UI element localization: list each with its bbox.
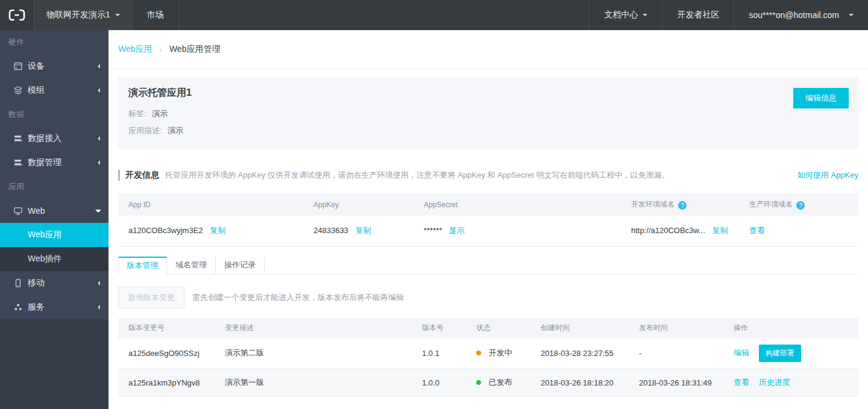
chevron-left-icon	[95, 64, 100, 69]
nav-market[interactable]: 市场	[132, 0, 179, 30]
chevron-down-icon	[95, 210, 101, 216]
status-dot	[476, 380, 481, 385]
app-desc-row: 应用描述: 演示	[128, 122, 848, 139]
sidebar-item-web-app[interactable]: Web应用	[0, 223, 108, 247]
breadcrumb-parent-link[interactable]: Web应用	[118, 44, 153, 55]
module-layers-icon	[13, 86, 23, 95]
chevron-left-icon	[95, 160, 100, 165]
sidebar-item-modules[interactable]: 模组	[0, 78, 108, 102]
sidebar-item-data-access[interactable]: 数据接入	[0, 126, 108, 151]
dev-info-description: 托管应用开发环境的 AppKey 仅供开发调试使用，请勿在生产环境使用，注意不要…	[165, 170, 797, 181]
sidebar-item-devices[interactable]: 设备	[0, 54, 108, 78]
chevron-left-icon	[95, 88, 100, 93]
device-icon	[13, 61, 23, 71]
account-menu[interactable]: sou****on@hotmail.com	[734, 0, 868, 30]
credentials-header-row: App ID AppKey AppSecret 开发环境域名? 生产环境域名?	[118, 193, 858, 216]
col-version: 版本号	[422, 318, 476, 339]
tab-domain-management[interactable]: 域名管理	[167, 257, 216, 274]
versions-table: 版本变更号 变更描述 版本号 状态 创建时间 发布时间 操作 a125deeSg…	[118, 318, 858, 398]
view-prod-domain-link[interactable]: 查看	[749, 226, 765, 235]
account-email: sou****on@hotmail.com	[749, 10, 839, 20]
actions-cell: 查看 历史进度	[734, 369, 858, 397]
edit-version-link[interactable]: 编辑	[734, 348, 749, 357]
status-cell: 开发中	[476, 339, 541, 369]
sidebar-item-web-plugin[interactable]: Web插件	[0, 247, 108, 271]
change-desc: 演示第一版	[225, 369, 422, 397]
sidebar-group-app: 应用	[0, 175, 108, 199]
nav-community[interactable]: 开发者社区	[662, 0, 734, 30]
data-access-icon	[13, 134, 23, 143]
show-secret-link[interactable]: 显示	[449, 226, 465, 235]
history-progress-link[interactable]: 历史进度	[759, 378, 790, 387]
col-published: 发布时间	[639, 318, 734, 339]
table-row: a125ra1km3pYNgv8 演示第一版 1.0.0 已发布 2018-03…	[118, 369, 858, 397]
add-version-button[interactable]: 新增版本变更	[118, 287, 184, 308]
dev-domain-value: http://a120COBc3w...	[631, 226, 705, 235]
chevron-left-icon	[95, 281, 100, 286]
desc-value: 演示	[168, 126, 183, 135]
sidebar-item-data-management[interactable]: 数据管理	[0, 151, 108, 175]
sidebar-item-services[interactable]: 服务	[0, 295, 108, 319]
build-deploy-button[interactable]: 构建部署	[759, 345, 801, 362]
version-number: 1.0.0	[422, 369, 476, 397]
breadcrumb: Web应用 › Web应用管理	[108, 30, 868, 69]
change-id: a125deeSgO90SSzj	[118, 339, 225, 369]
version-hint: 需先创建一个变更后才能进入开发，版本发布后将不能再编辑	[192, 292, 404, 303]
copy-dev-domain-link[interactable]: 复制	[712, 226, 728, 235]
data-management-icon	[13, 158, 23, 167]
services-icon	[13, 302, 23, 312]
status-label: 已发布	[489, 378, 512, 387]
chevron-left-icon	[95, 305, 100, 310]
col-change-id: 版本变更号	[118, 318, 225, 339]
view-version-link[interactable]: 查看	[734, 378, 749, 387]
table-row: a125deeSgO90SSzj 演示第二版 1.0.1 开发中 2018-03…	[118, 339, 858, 369]
credentials-table: App ID AppKey AppSecret 开发环境域名? 生产环境域名? …	[118, 193, 858, 247]
sidebar-item-mobile[interactable]: 移动	[0, 271, 108, 295]
edit-info-button[interactable]: 编辑信息	[793, 88, 849, 108]
col-app-secret: AppSecret	[424, 193, 631, 216]
sidebar-item-web[interactable]: Web	[0, 199, 108, 223]
dev-info-title: 开发信息	[118, 170, 159, 181]
status-label: 开发中	[489, 348, 512, 357]
chevron-down-icon	[849, 14, 854, 19]
tag-value: 演示	[152, 109, 168, 118]
app-id-value: a120COBc3wyjm3E2	[128, 226, 203, 235]
phone-icon	[13, 278, 23, 288]
tab-version-management[interactable]: 版本管理	[118, 257, 167, 275]
breadcrumb-current: Web应用管理	[169, 44, 221, 55]
app-id-cell: a120COBc3wyjm3E2 复制	[118, 216, 313, 246]
published-time: -	[639, 339, 734, 369]
project-name: 物联网开发演示1	[46, 10, 110, 20]
copy-app-key-link[interactable]: 复制	[355, 226, 371, 235]
app-key-value: 24833633	[313, 226, 348, 235]
project-switcher[interactable]: 物联网开发演示1	[34, 0, 132, 30]
help-icon[interactable]: ?	[678, 201, 687, 210]
nav-docs-menu[interactable]: 文档中心	[589, 0, 662, 30]
version-number: 1.0.1	[422, 339, 476, 369]
col-change-desc: 变更描述	[225, 318, 422, 339]
app-tag-row: 标签: 演示	[128, 105, 848, 122]
cloud-logo-icon[interactable]	[0, 0, 34, 30]
copy-app-id-link[interactable]: 复制	[210, 226, 225, 235]
monitor-icon	[13, 206, 23, 216]
col-app-id: App ID	[118, 193, 313, 216]
col-app-key: AppKey	[313, 193, 424, 216]
appkey-help-link[interactable]: 如何使用 AppKey	[797, 170, 858, 181]
tab-operation-log[interactable]: 操作记录	[216, 257, 265, 274]
versions-header-row: 版本变更号 变更描述 版本号 状态 创建时间 发布时间 操作	[118, 318, 858, 339]
breadcrumb-separator: ›	[160, 45, 162, 54]
desc-label: 应用描述:	[128, 126, 162, 135]
sidebar-group-data: 数据	[0, 102, 108, 126]
col-created: 创建时间	[541, 318, 639, 339]
status-dot	[476, 351, 481, 355]
actions-cell: 编辑 构建部署	[734, 339, 858, 369]
status-cell: 已发布	[476, 369, 541, 397]
dev-info-header: 开发信息 托管应用开发环境的 AppKey 仅供开发调试使用，请勿在生产环境使用…	[118, 170, 858, 181]
help-icon[interactable]: ?	[796, 201, 805, 210]
sidebar: 硬件 设备 模组 数据 数据接入 数据管理 应用 Web	[0, 30, 108, 409]
chevron-down-icon	[115, 14, 120, 19]
credentials-row: a120COBc3wyjm3E2 复制 24833633 复制 ****** 显…	[118, 216, 858, 246]
change-desc: 演示第二版	[225, 339, 422, 369]
tab-bar: 版本管理 域名管理 操作记录	[118, 257, 858, 275]
main-content: Web应用 › Web应用管理 演示托管应用1 标签: 演示 应用描述: 演示 …	[108, 30, 868, 409]
